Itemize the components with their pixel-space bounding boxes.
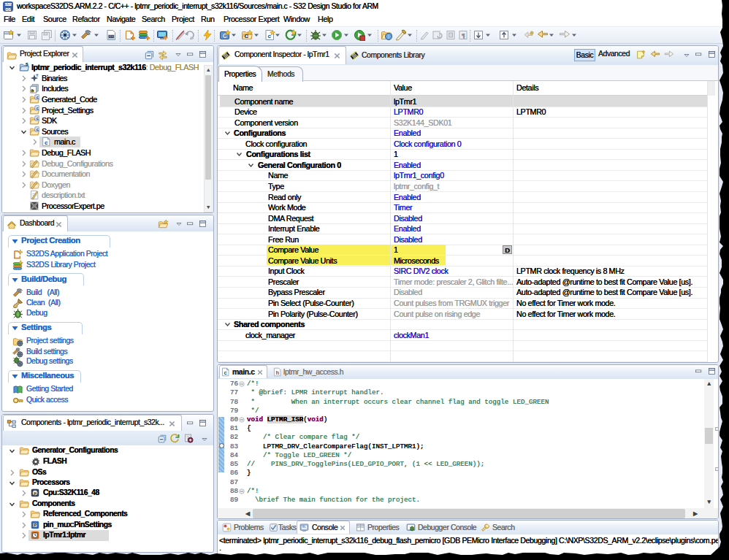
svg-text:¶: ¶ bbox=[462, 32, 465, 39]
svg-text:010: 010 bbox=[109, 35, 115, 39]
svg-text:c: c bbox=[268, 33, 271, 39]
